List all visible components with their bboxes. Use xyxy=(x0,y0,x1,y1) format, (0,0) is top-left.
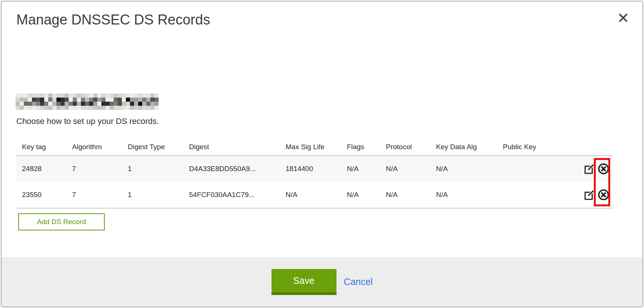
table-cell: 23550 xyxy=(16,191,72,199)
row-actions-cell xyxy=(579,189,613,201)
page-title: Manage DNSSEC DS Records xyxy=(16,12,210,28)
table-cell: 1 xyxy=(128,165,189,173)
edit-icon[interactable] xyxy=(583,163,595,175)
close-icon[interactable] xyxy=(617,11,630,24)
table-body: 2482871D4A33E8DD550A9...1814400N/AN/AN/A… xyxy=(16,156,613,209)
delete-icon[interactable] xyxy=(598,189,609,201)
column-header: Digest xyxy=(189,143,286,151)
cancel-link[interactable]: Cancel xyxy=(344,276,373,287)
save-button[interactable]: Save xyxy=(271,269,336,295)
table-cell: 7 xyxy=(72,165,128,173)
table-cell: 54FCF030AA1C79... xyxy=(189,191,286,199)
table-cell: D4A33E8DD550A9... xyxy=(189,165,286,173)
table-cell: N/A xyxy=(347,165,386,173)
table-row: 2482871D4A33E8DD550A9...1814400N/AN/AN/A xyxy=(16,156,613,182)
edit-icon[interactable] xyxy=(583,189,595,201)
delete-icon[interactable] xyxy=(598,163,609,175)
column-header: Digest Type xyxy=(128,143,189,151)
column-header: Max Sig Life xyxy=(286,143,347,151)
table-cell: 24828 xyxy=(16,165,72,173)
table-cell: N/A xyxy=(347,191,386,199)
row-actions-cell xyxy=(579,163,613,175)
column-header: Public Key xyxy=(503,143,579,151)
ds-records-table: Key tagAlgorithmDigest TypeDigestMax Sig… xyxy=(16,139,613,209)
modal-dialog: Manage DNSSEC DS Records Choose how to s… xyxy=(1,1,643,307)
modal-footer: Save Cancel xyxy=(1,257,643,307)
table-cell: N/A xyxy=(386,165,436,173)
table-cell: N/A xyxy=(436,191,503,199)
column-header: Algorithm xyxy=(72,143,128,151)
table-row: 235507154FCF030AA1C79...N/AN/AN/AN/A xyxy=(16,182,613,208)
table-cell: 1814400 xyxy=(286,165,347,173)
table-cell: N/A xyxy=(286,191,347,199)
column-header: Key Data Alg xyxy=(436,143,503,151)
table-cell: N/A xyxy=(436,165,503,173)
table-cell: N/A xyxy=(386,191,436,199)
redacted-domain-text xyxy=(16,94,159,110)
column-header: Protocol xyxy=(386,143,436,151)
table-cell: 1 xyxy=(128,191,189,199)
table-header-row: Key tagAlgorithmDigest TypeDigestMax Sig… xyxy=(16,139,613,156)
column-header: Key tag xyxy=(16,143,72,151)
table-cell: 7 xyxy=(72,191,128,199)
column-header: Flags xyxy=(347,143,386,151)
instruction-text: Choose how to set up your DS records. xyxy=(16,117,159,126)
add-ds-record-button[interactable]: Add DS Record xyxy=(18,213,105,230)
